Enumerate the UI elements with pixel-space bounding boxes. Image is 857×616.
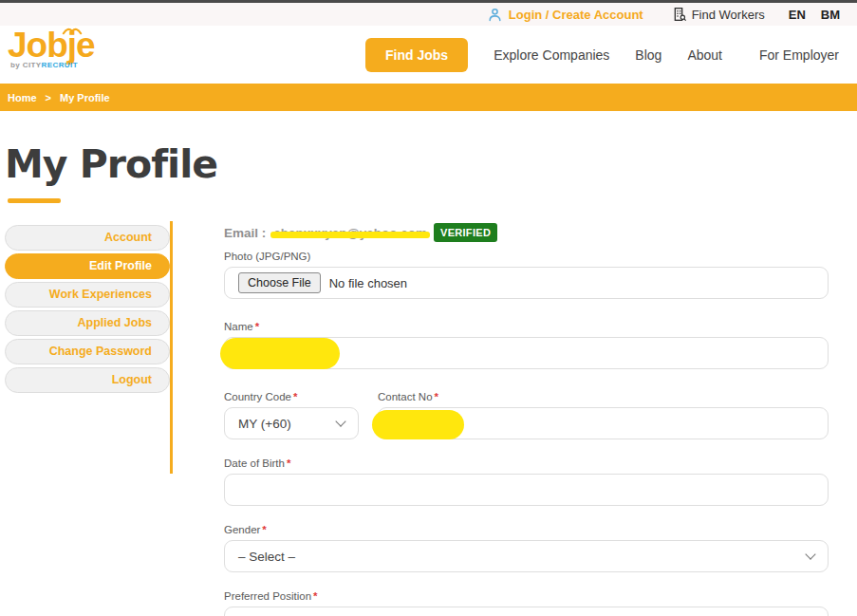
required-marker: * [313, 590, 317, 602]
required-marker: * [287, 457, 290, 469]
preferred-position-label-text: Preferred Position [224, 590, 311, 602]
choose-file-button[interactable]: Choose File [238, 272, 321, 293]
login-link[interactable]: Login / Create Account [487, 7, 643, 23]
nav-explore-companies[interactable]: Explore Companies [494, 47, 609, 63]
dob-input[interactable] [224, 474, 829, 506]
jobje-logo[interactable]: Jobje by CITYRECRUIT [8, 27, 102, 69]
country-code-column: Country Code* MY (+60) [224, 390, 359, 439]
dob-label: Date of Birth* [224, 457, 829, 470]
breadcrumb-home[interactable]: Home [8, 92, 37, 103]
sidebar-item-applied-jobs[interactable]: Applied Jobs [5, 310, 170, 336]
find-workers-link[interactable]: Find Workers [672, 7, 765, 22]
contact-no-column: Contact No* [378, 390, 829, 439]
gender-value: – Select – [238, 550, 295, 564]
lang-bm-button[interactable]: BM [821, 8, 840, 22]
photo-label: Photo (JPG/PNG) [224, 250, 829, 263]
preferred-position-input[interactable] [224, 607, 829, 616]
country-code-select[interactable]: MY (+60) [224, 407, 359, 439]
sidebar-accent-rule [170, 221, 173, 474]
nav-about[interactable]: About [687, 47, 722, 63]
required-marker: * [262, 524, 266, 535]
breadcrumb-current: My Profile [60, 92, 110, 103]
country-code-value: MY (+60) [238, 417, 291, 431]
breadcrumb: Home > My Profile [0, 84, 857, 111]
chevron-down-icon [335, 416, 345, 426]
login-link-label[interactable]: Login / Create Account [509, 8, 643, 22]
photo-file-input[interactable]: Choose File No file chosen [224, 267, 829, 299]
nav-for-employer[interactable]: For Employer [759, 47, 839, 63]
contact-no-input[interactable] [378, 407, 829, 439]
nav-blog[interactable]: Blog [635, 47, 661, 63]
profile-sidebar: Account Edit Profile Work Experiences Ap… [5, 225, 170, 396]
preferred-position-label: Preferred Position* [224, 589, 829, 603]
gender-label-text: Gender [224, 524, 260, 535]
country-code-label: Country Code* [224, 390, 359, 403]
site-header: Jobje by CITYRECRUIT Find Jobs Explore C… [0, 26, 857, 84]
name-input[interactable] [224, 337, 829, 369]
find-workers-label[interactable]: Find Workers [692, 8, 765, 22]
main-nav: Find Jobs Explore Companies Blog About F… [365, 26, 839, 84]
logo-by-text: by [10, 61, 23, 69]
redaction-oval [220, 338, 340, 369]
name-label-text: Name [224, 321, 253, 332]
required-marker: * [255, 321, 259, 332]
redaction-strike [270, 232, 430, 238]
find-jobs-button[interactable]: Find Jobs [365, 38, 468, 72]
chevron-down-icon [805, 549, 815, 559]
bird-icon [62, 26, 83, 35]
gender-select[interactable]: – Select – [224, 540, 829, 572]
sidebar-item-account[interactable]: Account [5, 225, 170, 251]
sidebar-item-change-password[interactable]: Change Password [5, 339, 170, 364]
gender-label: Gender* [224, 523, 829, 536]
edit-profile-form: Email : chanxxxyen@yahoo.com VERIFIED Ph… [224, 221, 829, 616]
country-code-label-text: Country Code [224, 391, 291, 402]
required-marker: * [293, 391, 297, 402]
lang-en-button[interactable]: EN [789, 8, 806, 22]
email-label: Email : [224, 226, 266, 240]
dob-label-text: Date of Birth [224, 457, 285, 469]
sidebar-item-edit-profile[interactable]: Edit Profile [5, 253, 170, 279]
breadcrumb-separator: > [46, 92, 51, 103]
required-marker: * [435, 391, 438, 402]
logo-city-text: CITY [23, 61, 42, 69]
phone-row: Country Code* MY (+60) Contact No* [224, 390, 829, 439]
verified-badge: VERIFIED [434, 223, 497, 242]
logo-wordmark: Jobje [8, 27, 102, 65]
title-underline [8, 198, 61, 203]
sidebar-item-work-experiences[interactable]: Work Experiences [5, 282, 170, 308]
building-search-icon [672, 7, 687, 22]
name-label: Name* [224, 320, 829, 333]
file-status-text: No file chosen [329, 276, 407, 290]
redaction-oval [372, 410, 464, 439]
top-utility-bar: Login / Create Account Find Workers EN B… [0, 0, 857, 26]
page-title: My Profile [5, 141, 217, 187]
email-value: chanxxxyen@yahoo.com [273, 226, 427, 240]
sidebar-item-logout[interactable]: Logout [5, 367, 170, 393]
contact-no-label: Contact No* [378, 390, 829, 403]
email-row: Email : chanxxxyen@yahoo.com VERIFIED [224, 221, 829, 244]
logo-recruit-text: RECRUIT [42, 61, 78, 69]
person-icon [487, 7, 503, 23]
contact-no-label-text: Contact No [378, 391, 433, 402]
